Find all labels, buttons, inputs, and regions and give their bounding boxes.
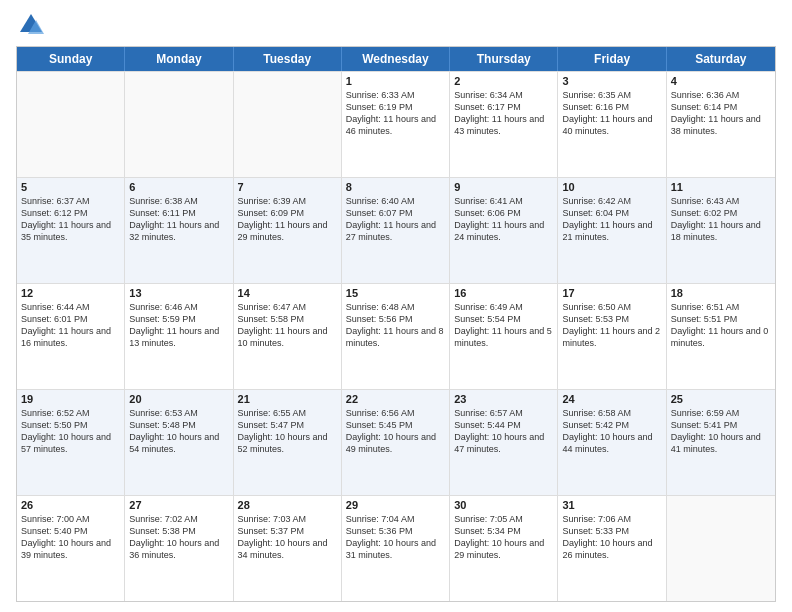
day-header-wednesday: Wednesday bbox=[342, 47, 450, 71]
calendar-row-3: 19Sunrise: 6:52 AM Sunset: 5:50 PM Dayli… bbox=[17, 389, 775, 495]
calendar-cell-22: 22Sunrise: 6:56 AM Sunset: 5:45 PM Dayli… bbox=[342, 390, 450, 495]
cell-date-number: 18 bbox=[671, 287, 771, 299]
calendar-cell-17: 17Sunrise: 6:50 AM Sunset: 5:53 PM Dayli… bbox=[558, 284, 666, 389]
cell-info-text: Sunrise: 6:50 AM Sunset: 5:53 PM Dayligh… bbox=[562, 301, 661, 350]
cell-date-number: 31 bbox=[562, 499, 661, 511]
cell-date-number: 25 bbox=[671, 393, 771, 405]
cell-info-text: Sunrise: 6:51 AM Sunset: 5:51 PM Dayligh… bbox=[671, 301, 771, 350]
cell-info-text: Sunrise: 6:48 AM Sunset: 5:56 PM Dayligh… bbox=[346, 301, 445, 350]
cell-info-text: Sunrise: 6:39 AM Sunset: 6:09 PM Dayligh… bbox=[238, 195, 337, 244]
cell-date-number: 28 bbox=[238, 499, 337, 511]
calendar-cell-25: 25Sunrise: 6:59 AM Sunset: 5:41 PM Dayli… bbox=[667, 390, 775, 495]
calendar-cell-23: 23Sunrise: 6:57 AM Sunset: 5:44 PM Dayli… bbox=[450, 390, 558, 495]
cell-info-text: Sunrise: 6:56 AM Sunset: 5:45 PM Dayligh… bbox=[346, 407, 445, 456]
day-header-thursday: Thursday bbox=[450, 47, 558, 71]
calendar-row-2: 12Sunrise: 6:44 AM Sunset: 6:01 PM Dayli… bbox=[17, 283, 775, 389]
cell-info-text: Sunrise: 6:46 AM Sunset: 5:59 PM Dayligh… bbox=[129, 301, 228, 350]
cell-date-number: 23 bbox=[454, 393, 553, 405]
calendar-cell-8: 8Sunrise: 6:40 AM Sunset: 6:07 PM Daylig… bbox=[342, 178, 450, 283]
calendar-cell-empty bbox=[667, 496, 775, 601]
calendar-cell-28: 28Sunrise: 7:03 AM Sunset: 5:37 PM Dayli… bbox=[234, 496, 342, 601]
day-header-tuesday: Tuesday bbox=[234, 47, 342, 71]
cell-date-number: 2 bbox=[454, 75, 553, 87]
cell-date-number: 3 bbox=[562, 75, 661, 87]
calendar-cell-31: 31Sunrise: 7:06 AM Sunset: 5:33 PM Dayli… bbox=[558, 496, 666, 601]
calendar-cell-24: 24Sunrise: 6:58 AM Sunset: 5:42 PM Dayli… bbox=[558, 390, 666, 495]
calendar-row-1: 5Sunrise: 6:37 AM Sunset: 6:12 PM Daylig… bbox=[17, 177, 775, 283]
calendar-cell-2: 2Sunrise: 6:34 AM Sunset: 6:17 PM Daylig… bbox=[450, 72, 558, 177]
cell-date-number: 13 bbox=[129, 287, 228, 299]
cell-date-number: 6 bbox=[129, 181, 228, 193]
calendar-row-4: 26Sunrise: 7:00 AM Sunset: 5:40 PM Dayli… bbox=[17, 495, 775, 601]
cell-info-text: Sunrise: 6:36 AM Sunset: 6:14 PM Dayligh… bbox=[671, 89, 771, 138]
cell-date-number: 26 bbox=[21, 499, 120, 511]
cell-date-number: 9 bbox=[454, 181, 553, 193]
cell-info-text: Sunrise: 6:43 AM Sunset: 6:02 PM Dayligh… bbox=[671, 195, 771, 244]
calendar-cell-7: 7Sunrise: 6:39 AM Sunset: 6:09 PM Daylig… bbox=[234, 178, 342, 283]
cell-info-text: Sunrise: 7:02 AM Sunset: 5:38 PM Dayligh… bbox=[129, 513, 228, 562]
cell-info-text: Sunrise: 6:37 AM Sunset: 6:12 PM Dayligh… bbox=[21, 195, 120, 244]
cell-date-number: 19 bbox=[21, 393, 120, 405]
calendar-cell-5: 5Sunrise: 6:37 AM Sunset: 6:12 PM Daylig… bbox=[17, 178, 125, 283]
calendar-cell-14: 14Sunrise: 6:47 AM Sunset: 5:58 PM Dayli… bbox=[234, 284, 342, 389]
day-header-friday: Friday bbox=[558, 47, 666, 71]
calendar-cell-6: 6Sunrise: 6:38 AM Sunset: 6:11 PM Daylig… bbox=[125, 178, 233, 283]
calendar-cell-3: 3Sunrise: 6:35 AM Sunset: 6:16 PM Daylig… bbox=[558, 72, 666, 177]
logo-icon bbox=[16, 10, 46, 40]
cell-info-text: Sunrise: 6:47 AM Sunset: 5:58 PM Dayligh… bbox=[238, 301, 337, 350]
cell-info-text: Sunrise: 6:38 AM Sunset: 6:11 PM Dayligh… bbox=[129, 195, 228, 244]
cell-date-number: 24 bbox=[562, 393, 661, 405]
cell-date-number: 17 bbox=[562, 287, 661, 299]
calendar: SundayMondayTuesdayWednesdayThursdayFrid… bbox=[16, 46, 776, 602]
cell-info-text: Sunrise: 6:41 AM Sunset: 6:06 PM Dayligh… bbox=[454, 195, 553, 244]
calendar-cell-30: 30Sunrise: 7:05 AM Sunset: 5:34 PM Dayli… bbox=[450, 496, 558, 601]
cell-info-text: Sunrise: 6:34 AM Sunset: 6:17 PM Dayligh… bbox=[454, 89, 553, 138]
cell-info-text: Sunrise: 6:40 AM Sunset: 6:07 PM Dayligh… bbox=[346, 195, 445, 244]
cell-date-number: 4 bbox=[671, 75, 771, 87]
cell-date-number: 11 bbox=[671, 181, 771, 193]
calendar-cell-19: 19Sunrise: 6:52 AM Sunset: 5:50 PM Dayli… bbox=[17, 390, 125, 495]
cell-date-number: 7 bbox=[238, 181, 337, 193]
calendar-cell-1: 1Sunrise: 6:33 AM Sunset: 6:19 PM Daylig… bbox=[342, 72, 450, 177]
cell-info-text: Sunrise: 6:49 AM Sunset: 5:54 PM Dayligh… bbox=[454, 301, 553, 350]
cell-date-number: 29 bbox=[346, 499, 445, 511]
cell-date-number: 15 bbox=[346, 287, 445, 299]
cell-info-text: Sunrise: 6:35 AM Sunset: 6:16 PM Dayligh… bbox=[562, 89, 661, 138]
calendar-cell-20: 20Sunrise: 6:53 AM Sunset: 5:48 PM Dayli… bbox=[125, 390, 233, 495]
calendar-cell-4: 4Sunrise: 6:36 AM Sunset: 6:14 PM Daylig… bbox=[667, 72, 775, 177]
cell-date-number: 10 bbox=[562, 181, 661, 193]
calendar-cell-empty bbox=[234, 72, 342, 177]
cell-info-text: Sunrise: 7:00 AM Sunset: 5:40 PM Dayligh… bbox=[21, 513, 120, 562]
cell-date-number: 5 bbox=[21, 181, 120, 193]
day-header-sunday: Sunday bbox=[17, 47, 125, 71]
cell-date-number: 27 bbox=[129, 499, 228, 511]
calendar-cell-empty bbox=[125, 72, 233, 177]
cell-date-number: 14 bbox=[238, 287, 337, 299]
cell-info-text: Sunrise: 6:42 AM Sunset: 6:04 PM Dayligh… bbox=[562, 195, 661, 244]
cell-info-text: Sunrise: 7:03 AM Sunset: 5:37 PM Dayligh… bbox=[238, 513, 337, 562]
calendar-cell-10: 10Sunrise: 6:42 AM Sunset: 6:04 PM Dayli… bbox=[558, 178, 666, 283]
calendar-cell-29: 29Sunrise: 7:04 AM Sunset: 5:36 PM Dayli… bbox=[342, 496, 450, 601]
logo bbox=[16, 10, 50, 40]
calendar-cell-21: 21Sunrise: 6:55 AM Sunset: 5:47 PM Dayli… bbox=[234, 390, 342, 495]
cell-info-text: Sunrise: 7:06 AM Sunset: 5:33 PM Dayligh… bbox=[562, 513, 661, 562]
cell-info-text: Sunrise: 6:44 AM Sunset: 6:01 PM Dayligh… bbox=[21, 301, 120, 350]
calendar-cell-26: 26Sunrise: 7:00 AM Sunset: 5:40 PM Dayli… bbox=[17, 496, 125, 601]
cell-date-number: 12 bbox=[21, 287, 120, 299]
calendar-cell-12: 12Sunrise: 6:44 AM Sunset: 6:01 PM Dayli… bbox=[17, 284, 125, 389]
cell-info-text: Sunrise: 6:59 AM Sunset: 5:41 PM Dayligh… bbox=[671, 407, 771, 456]
calendar-cell-empty bbox=[17, 72, 125, 177]
calendar-cell-16: 16Sunrise: 6:49 AM Sunset: 5:54 PM Dayli… bbox=[450, 284, 558, 389]
calendar-header-row: SundayMondayTuesdayWednesdayThursdayFrid… bbox=[17, 47, 775, 71]
cell-info-text: Sunrise: 6:52 AM Sunset: 5:50 PM Dayligh… bbox=[21, 407, 120, 456]
cell-info-text: Sunrise: 6:55 AM Sunset: 5:47 PM Dayligh… bbox=[238, 407, 337, 456]
cell-date-number: 1 bbox=[346, 75, 445, 87]
calendar-cell-13: 13Sunrise: 6:46 AM Sunset: 5:59 PM Dayli… bbox=[125, 284, 233, 389]
cell-date-number: 20 bbox=[129, 393, 228, 405]
calendar-row-0: 1Sunrise: 6:33 AM Sunset: 6:19 PM Daylig… bbox=[17, 71, 775, 177]
day-header-monday: Monday bbox=[125, 47, 233, 71]
cell-info-text: Sunrise: 7:05 AM Sunset: 5:34 PM Dayligh… bbox=[454, 513, 553, 562]
cell-info-text: Sunrise: 6:57 AM Sunset: 5:44 PM Dayligh… bbox=[454, 407, 553, 456]
cell-date-number: 22 bbox=[346, 393, 445, 405]
page: SundayMondayTuesdayWednesdayThursdayFrid… bbox=[0, 0, 792, 612]
